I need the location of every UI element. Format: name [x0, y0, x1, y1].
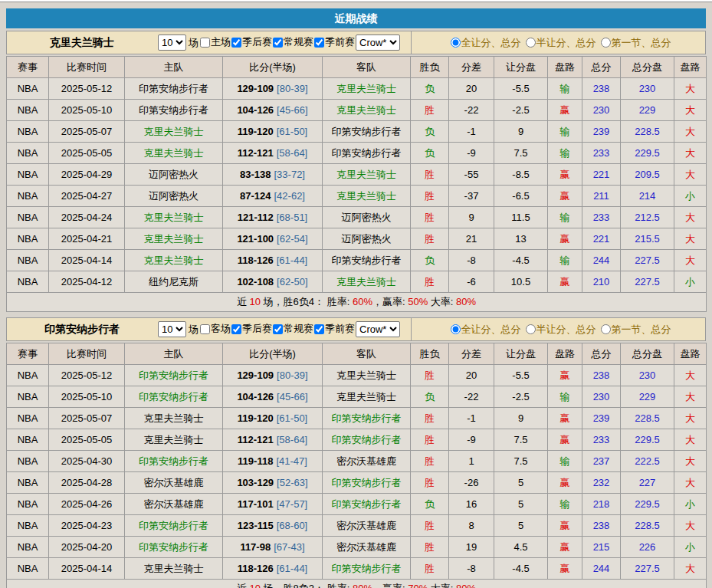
summary-segment: 近	[237, 583, 250, 588]
cell-handicap-line: 7.5	[494, 451, 548, 472]
cell-over-under: 大	[674, 408, 707, 429]
checkbox-label: 客场	[211, 322, 231, 336]
bookmaker-select[interactable]: Crow*	[356, 321, 400, 337]
games-count-select[interactable]: 10	[158, 321, 186, 337]
cell-away-team: 密尔沃基雄鹿	[323, 451, 411, 472]
cell-point-diff: 9	[449, 207, 494, 228]
radio-全让分、总分[interactable]	[451, 38, 461, 48]
game-row: NBA2025-04-23印第安纳步行者123-115[68-60]密尔沃基雄鹿…	[7, 515, 707, 537]
game-row: NBA2025-05-12印第安纳步行者129-109[80-39]克里夫兰骑士…	[7, 365, 707, 386]
cell-total-points: 238	[582, 515, 621, 537]
cell-home-team: 纽约尼克斯	[125, 271, 223, 293]
game-row: NBA2025-04-28密尔沃基雄鹿103-129[52-63]印第安纳步行者…	[7, 472, 707, 494]
cell-total-points: 210	[582, 271, 621, 293]
cell-home-team: 印第安纳步行者	[125, 537, 223, 558]
cell-home-team: 克里夫兰骑士	[125, 121, 223, 143]
季后赛-checkbox[interactable]	[231, 38, 241, 48]
cell-result: 胜	[411, 207, 449, 228]
summary-segment: ，赢率:	[372, 296, 408, 307]
cell-date: 2025-04-14	[49, 250, 125, 271]
cell-over-under: 大	[674, 78, 707, 100]
summary-text: 近 10 场，胜8负2： 胜率: 80%，赢率: 70% 大率: 80%	[7, 580, 707, 588]
games-count-select[interactable]: 10	[158, 34, 186, 51]
summary-segment: 80%	[456, 583, 476, 588]
cell-home-team: 密尔沃基雄鹿	[125, 472, 223, 494]
game-row: NBA2025-04-21克里夫兰骑士121-100[62-54]迈阿密热火胜2…	[7, 228, 707, 250]
cell-date: 2025-05-07	[49, 408, 125, 429]
filter-bar: 克里夫兰骑士 10 场 主场季后赛常规赛季前赛 Crow* 全让分、总分半让分、…	[6, 31, 706, 54]
cell-handicap-result: 赢	[548, 271, 582, 293]
cell-date: 2025-04-27	[49, 186, 125, 207]
summary-segment: ，赢率:	[372, 583, 408, 588]
cell-total-line: 227.5	[621, 558, 674, 580]
cell-over-under: 大	[674, 472, 707, 494]
venue-season-checkboxes: 主场季后赛常规赛季前赛	[199, 35, 355, 50]
cell-point-diff: 16	[449, 494, 494, 515]
季前赛-checkbox[interactable]	[314, 38, 324, 48]
cell-away-team: 迈阿密热火	[323, 207, 411, 228]
cell-total-points: 230	[582, 100, 621, 121]
cell-point-diff: 8	[449, 515, 494, 537]
cell-point-diff: -22	[449, 100, 494, 121]
radio-第一节、总分[interactable]	[601, 38, 611, 48]
cell-result: 胜	[411, 228, 449, 250]
cell-away-team: 克里夫兰骑士	[323, 386, 411, 408]
季后赛-checkbox[interactable]	[231, 324, 241, 334]
radio-半让分、总分[interactable]	[526, 38, 536, 48]
cell-handicap-line: 9	[494, 408, 548, 429]
cell-score: 112-121[58-64]	[223, 143, 323, 164]
game-row: NBA2025-05-12印第安纳步行者129-109[80-39]克里夫兰骑士…	[7, 78, 707, 100]
cell-total-line: 229.5	[621, 143, 674, 164]
game-row: NBA2025-04-26密尔沃基雄鹿117-101[47-57]印第安纳步行者…	[7, 494, 707, 515]
cell-result: 胜	[411, 558, 449, 580]
cell-total-line: 229.5	[621, 429, 674, 451]
cell-over-under: 小	[674, 186, 707, 207]
常规赛-checkbox[interactable]	[273, 324, 283, 334]
summary-row: 近 10 场，胜6负4： 胜率: 60%，赢率: 50% 大率: 80%	[7, 293, 707, 312]
cell-handicap-result: 赢	[548, 100, 582, 121]
radio-半让分、总分[interactable]	[526, 324, 536, 334]
radio-第一节、总分[interactable]	[601, 324, 611, 334]
cell-date: 2025-04-21	[49, 228, 125, 250]
summary-segment: 60%	[353, 296, 372, 307]
cell-score: 112-121[58-64]	[223, 429, 323, 451]
cell-point-diff: 20	[449, 78, 494, 100]
cell-away-team: 印第安纳步行者	[323, 558, 411, 580]
radio-全让分、总分[interactable]	[451, 324, 461, 334]
cell-away-team: 克里夫兰骑士	[323, 186, 411, 207]
cell-result: 胜	[411, 100, 449, 121]
cell-over-under: 大	[674, 386, 707, 408]
table-header-row: 赛事比赛时间主队比分(半场)客队胜负分差让分盘盘路总分总分盘盘路	[7, 57, 707, 78]
venue-season-checkboxes: 客场季后赛常规赛季前赛	[199, 322, 355, 337]
cell-date: 2025-05-12	[49, 78, 125, 100]
客场-checkbox[interactable]	[200, 324, 210, 334]
cell-total-points: 221	[582, 164, 621, 186]
cell-handicap-result: 赢	[548, 186, 582, 207]
game-row: NBA2025-05-07克里夫兰骑士119-120[61-50]印第安纳步行者…	[7, 408, 707, 429]
cell-point-diff: -9	[449, 143, 494, 164]
cell-away-team: 克里夫兰骑士	[323, 164, 411, 186]
cell-home-team: 迈阿密热火	[125, 186, 223, 207]
radio-label: 半让分、总分	[536, 323, 596, 337]
cell-total-points: 221	[582, 228, 621, 250]
主场-checkbox[interactable]	[200, 38, 210, 48]
page-title: 近期战绩	[6, 8, 706, 28]
cell-away-team: 克里夫兰骑士	[323, 100, 411, 121]
cell-handicap-line: 7.5	[494, 143, 548, 164]
column-header: 让分盘	[494, 343, 548, 365]
cell-handicap-line: -4.5	[494, 250, 548, 271]
cell-total-points: 230	[582, 386, 621, 408]
常规赛-checkbox[interactable]	[273, 38, 283, 48]
cell-score: 129-109[80-39]	[223, 78, 323, 100]
cell-league: NBA	[7, 429, 49, 451]
summary-row: 近 10 场，胜8负2： 胜率: 80%，赢率: 70% 大率: 80%	[7, 580, 707, 588]
cell-result: 胜	[411, 164, 449, 186]
bookmaker-select[interactable]: Crow*	[356, 34, 400, 51]
cell-total-points: 237	[582, 451, 621, 472]
cell-league: NBA	[7, 207, 49, 228]
games-unit-label: 场	[189, 323, 199, 337]
cell-date: 2025-05-10	[49, 386, 125, 408]
季前赛-checkbox[interactable]	[314, 324, 324, 334]
cell-over-under: 小	[674, 271, 707, 293]
cell-away-team: 克里夫兰骑士	[323, 271, 411, 293]
